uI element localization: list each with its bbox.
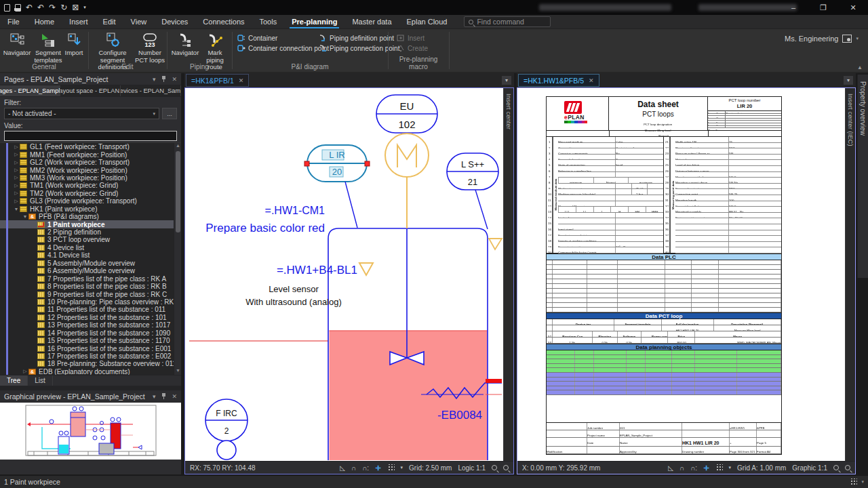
instrument-firc[interactable]: F IRC 2 — [205, 399, 248, 460]
command-search[interactable]: Find command — [464, 16, 551, 27]
expander-icon[interactable]: ▼ — [13, 207, 20, 211]
menu-item[interactable]: Edit — [96, 15, 123, 29]
object-snap-icon[interactable]: ∩ — [351, 464, 356, 472]
tree-item[interactable]: 13 Properties list of the substance : 10… — [0, 321, 181, 329]
panel-tab[interactable]: Layout space - EPLAN... — [60, 85, 121, 96]
object-snap-icon[interactable]: ∩ — [679, 464, 684, 472]
grid-icon[interactable] — [387, 464, 395, 471]
tab-close-icon[interactable]: ✕ — [239, 77, 244, 84]
menu-item[interactable]: Connections — [195, 15, 252, 29]
tree-item[interactable]: 11 Properties list of the substance : 01… — [0, 306, 181, 313]
tree-item[interactable]: ▷GL3 (Provide workpiece: Transport) — [0, 197, 181, 205]
clear-screen-icon[interactable]: ⊠ — [72, 3, 79, 12]
menu-item[interactable]: Home — [27, 15, 62, 29]
container-button[interactable]: Container — [237, 33, 277, 43]
value-input[interactable] — [4, 131, 177, 141]
zoom-out-icon[interactable] — [833, 465, 839, 470]
menu-item[interactable]: File — [0, 15, 27, 29]
device-tag-label[interactable]: =.HW1-CM1 — [265, 205, 326, 216]
piping-definition-point-button[interactable]: Piping definition point — [319, 33, 394, 43]
menu-item[interactable]: Eplan Cloud — [399, 15, 455, 29]
insert-center-strip[interactable]: Insert center — [503, 88, 513, 461]
menu-item[interactable]: Devices — [154, 15, 195, 29]
tree-item[interactable]: 15 Properties list of the substance : 11… — [0, 337, 181, 344]
grid-icon[interactable] — [715, 464, 723, 471]
instrument-lir-selected[interactable]: L IR 20 — [304, 145, 370, 182]
status-dropdown-icon[interactable]: ▾ — [861, 479, 864, 485]
expander-icon[interactable]: ▼ — [22, 214, 28, 219]
tree-item[interactable]: ▷MM3 (Work workpiece: Position) — [0, 174, 181, 182]
navigator-button[interactable]: Navigator — [1, 31, 33, 57]
panel-menu-icon[interactable]: ▾ — [153, 76, 156, 83]
grid-dropdown-icon[interactable]: ▾ — [729, 465, 732, 470]
expander-icon[interactable]: ▷ — [13, 144, 20, 150]
piping-navigator-button[interactable]: Navigator — [170, 31, 201, 57]
minimize-button[interactable]: – — [778, 0, 808, 15]
property-overview-tab[interactable]: Property overview — [857, 75, 868, 278]
device-desc-label[interactable]: Prepare basic color red — [205, 222, 325, 235]
grid-snap-icon[interactable]: ∩: — [362, 464, 369, 472]
preview-close-icon[interactable]: ✕ — [172, 393, 177, 400]
menu-item[interactable]: Pre-planning — [284, 15, 344, 29]
undo-history-icon[interactable]: ↶ — [37, 3, 44, 12]
expander-icon[interactable]: ▷ — [22, 369, 28, 374]
tree-scrollbar[interactable]: ▲ ▼ — [174, 143, 181, 375]
grid-snap-icon[interactable]: ∩: — [690, 464, 697, 472]
zoom-in-icon[interactable] — [845, 465, 850, 470]
tree-item[interactable]: ▼HK1 (Paint workpiece) — [0, 205, 181, 213]
tree-item[interactable]: 4.1 Device list — [0, 251, 181, 259]
panel-tab[interactable]: Pages - EPLAN_Sampl... — [0, 85, 60, 96]
tree-item[interactable]: 9 Properties list of the pipe class : RK… — [0, 290, 181, 298]
tab-list-dropdown-icon[interactable]: ▾ — [502, 76, 511, 85]
motor-symbol[interactable] — [385, 134, 429, 177]
tree-list-tab[interactable]: Tree — [0, 375, 28, 386]
instrument-ls[interactable]: L S++ 21 — [447, 153, 498, 190]
tree-item[interactable]: ▷&EDB (Explanatory documents) — [0, 368, 181, 375]
snap-angle-icon[interactable]: ◺ — [668, 464, 673, 472]
menu-item[interactable]: Master data — [344, 15, 399, 29]
close-button[interactable]: ✕ — [838, 0, 868, 15]
expander-icon[interactable]: ▷ — [13, 199, 20, 204]
create-macro-button[interactable]: Create — [397, 43, 428, 53]
insert-center-iec-strip[interactable]: Insert center (IEC) — [845, 88, 855, 461]
datasheet-canvas[interactable]: ePLAN Data sheet PCT loops PCT loop desi… — [517, 88, 845, 461]
container-connection-point-button[interactable]: Container connection point — [237, 43, 329, 53]
restore-button[interactable]: ❐ — [808, 0, 838, 15]
tree-item[interactable]: 5 Assembly/Module overview — [0, 260, 181, 267]
preview-menu-icon[interactable]: ▾ — [153, 393, 156, 400]
tree-item[interactable]: ▷MM2 (Work workpiece: Position) — [0, 166, 181, 174]
sensor-tag-label[interactable]: =.HW1+B4-BL1 — [277, 264, 357, 277]
number-pct-loops-button[interactable]: 123 Number PCT loops — [134, 31, 165, 64]
tree-item[interactable]: 4 Device list — [0, 244, 181, 251]
tree-item[interactable]: 2 Piping definition — [0, 228, 181, 236]
panel-tab[interactable]: Devices - EPLAN_Sam... — [121, 85, 181, 96]
pin-icon[interactable] — [161, 76, 166, 82]
tree-item[interactable]: ▷GL1 (Feed workpiece: Transport) — [0, 143, 181, 150]
expander-icon[interactable]: ▷ — [13, 183, 20, 188]
menu-item[interactable]: View — [123, 15, 155, 29]
tree-item[interactable]: 18 Pre-planning: Substance overview : 01… — [0, 360, 181, 367]
preview-pin-icon[interactable] — [161, 393, 166, 399]
expander-icon[interactable]: ▷ — [13, 160, 20, 165]
tree-item[interactable]: 7 Properties list of the pipe class : RK… — [0, 274, 181, 282]
crosshair-icon[interactable]: ✛ — [375, 464, 380, 472]
import-button[interactable]: Import — [62, 31, 85, 57]
selection-handle-right[interactable] — [365, 161, 370, 166]
tree-item[interactable]: 10 Pre-planning: Pipe class overview : R… — [0, 298, 181, 306]
tree-item[interactable]: ▷TM1 (Work workpiece: Grind) — [0, 182, 181, 189]
tree-item[interactable]: 16 Properties list of the substance : E0… — [0, 344, 181, 352]
selection-handle-left[interactable] — [304, 161, 309, 166]
schematic-canvas[interactable]: EU 102 — [185, 88, 503, 461]
scroll-up-icon[interactable]: ▲ — [174, 143, 181, 150]
expander-icon[interactable]: ▷ — [13, 190, 20, 196]
instrument-eu[interactable]: EU 102 — [376, 95, 437, 133]
redo-icon[interactable]: ↷ — [49, 3, 56, 12]
heater-tag-label[interactable]: -EB0084 — [437, 409, 482, 422]
tree-item[interactable]: 14 Properties list of the substance : 10… — [0, 329, 181, 337]
tab-list-dropdown-icon[interactable]: ▾ — [844, 76, 853, 85]
zoom-in-icon[interactable] — [503, 465, 509, 470]
segment-templates-button[interactable]: Segment templates — [33, 31, 64, 64]
tree-item[interactable]: ▷GL2 (Work workpiece: Transport) — [0, 159, 181, 166]
tree-item[interactable]: ▷MM1 (Feed workpiece: Position) — [0, 150, 181, 158]
crosshair-icon[interactable]: ✛ — [703, 464, 709, 472]
